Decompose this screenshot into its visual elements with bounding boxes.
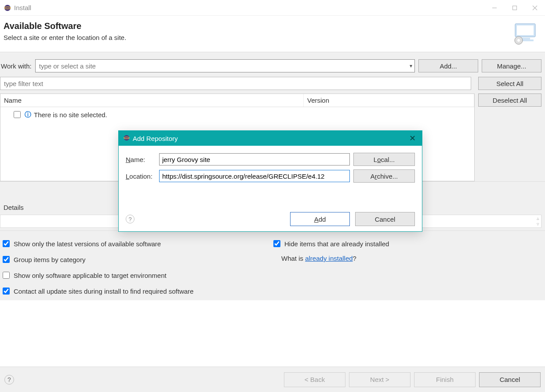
close-button[interactable]	[525, 0, 545, 16]
dialog-body: Name: Local... Location: Archive...	[119, 146, 422, 193]
option-hide-installed[interactable]: Hide items that are already installed	[272, 239, 541, 248]
add-repository-dialog: Add Repository ✕ Name: Local... Location…	[118, 130, 422, 232]
back-button[interactable]: < Back	[284, 372, 345, 387]
maximize-button[interactable]	[505, 0, 525, 16]
option-latest-only[interactable]: Show only the latest versions of availab…	[1, 239, 272, 248]
finish-button[interactable]: Finish	[414, 372, 476, 387]
label-latest-only: Show only the latest versions of availab…	[14, 240, 161, 248]
eclipse-icon	[4, 4, 11, 12]
dialog-titlebar: Add Repository ✕	[119, 131, 422, 146]
location-field[interactable]	[159, 170, 350, 182]
hint-suffix: ?	[353, 255, 356, 262]
cancel-button[interactable]: Cancel	[479, 372, 541, 387]
dialog-help-button[interactable]: ?	[126, 215, 134, 223]
table-header: Name Version	[0, 94, 474, 107]
wizard-footer: ? < Back Next > Finish Cancel	[0, 367, 545, 392]
name-field[interactable]	[159, 153, 350, 165]
table-row: ⓘ There is no site selected.	[0, 107, 474, 122]
scroll-indicator-icon: ▵▿	[537, 216, 539, 227]
checkbox-group-category[interactable]	[3, 256, 10, 263]
wizard-header: Available Software Select a site or ente…	[0, 16, 545, 52]
svg-point-0	[4, 5, 11, 11]
deselect-all-button[interactable]: Deselect All	[478, 94, 541, 107]
work-with-input[interactable]	[35, 59, 415, 72]
dialog-title: Add Repository	[133, 135, 178, 142]
column-name[interactable]: Name	[0, 94, 304, 107]
svg-point-12	[124, 135, 129, 140]
install-banner-icon	[511, 21, 539, 45]
help-button[interactable]: ?	[4, 375, 14, 385]
work-with-combo[interactable]: ▾	[35, 59, 415, 72]
page-title: Available Software	[4, 21, 126, 31]
titlebar: Install	[0, 0, 545, 16]
manage-sites-button[interactable]: Manage...	[482, 59, 541, 72]
info-icon: ⓘ	[25, 111, 31, 119]
svg-rect-7	[517, 25, 534, 35]
option-group-category[interactable]: Group items by category	[1, 255, 272, 264]
checkbox-latest-only[interactable]	[3, 240, 10, 247]
label-hide-installed: Hide items that are already installed	[284, 240, 389, 248]
options-area: Show only the latest versions of availab…	[0, 230, 545, 300]
name-label: Name:	[126, 156, 156, 163]
next-button[interactable]: Next >	[349, 372, 411, 387]
svg-rect-3	[513, 6, 517, 10]
dialog-cancel-button[interactable]: Cancel	[355, 212, 415, 226]
local-button[interactable]: Local...	[353, 153, 415, 166]
minimize-button[interactable]	[484, 0, 505, 16]
archive-button[interactable]: Archive...	[353, 169, 415, 183]
already-installed-link[interactable]: already installed	[305, 255, 352, 262]
eclipse-icon	[123, 134, 130, 143]
add-site-button[interactable]: Add...	[418, 59, 478, 72]
option-applicable-only[interactable]: Show only software applicable to target …	[1, 270, 272, 280]
page-subtitle: Select a site or enter the location of a…	[4, 34, 126, 41]
checkbox-applicable-only[interactable]	[3, 272, 10, 279]
label-group-category: Group items by category	[14, 256, 85, 263]
hint-prefix: What is	[281, 255, 305, 262]
label-applicable-only: Show only software applicable to target …	[14, 272, 167, 279]
filter-input[interactable]	[0, 77, 471, 90]
checkbox-hide-installed[interactable]	[273, 240, 280, 247]
work-with-row: Work with: ▾ Add... Manage...	[0, 52, 545, 77]
dialog-close-button[interactable]: ✕	[407, 133, 418, 143]
checkbox-contact-all[interactable]	[3, 288, 10, 295]
dialog-footer: ? Add Cancel	[119, 207, 422, 231]
row-checkbox[interactable]	[14, 111, 21, 118]
svg-point-11	[517, 39, 520, 42]
dialog-add-button[interactable]: Add	[290, 212, 350, 226]
work-with-label: Work with:	[1, 62, 32, 70]
select-all-button[interactable]: Select All	[478, 77, 541, 90]
location-label: Location:	[126, 173, 156, 180]
column-version[interactable]: Version	[304, 94, 474, 107]
window-title: Install	[14, 4, 31, 11]
already-installed-hint: What is already installed?	[272, 255, 541, 264]
empty-message: There is no site selected.	[34, 111, 107, 119]
option-contact-all[interactable]: Contact all update sites during install …	[1, 286, 272, 296]
label-contact-all: Contact all update sites during install …	[14, 288, 193, 295]
install-wizard-window: Install Available Software Select a site…	[0, 0, 545, 392]
